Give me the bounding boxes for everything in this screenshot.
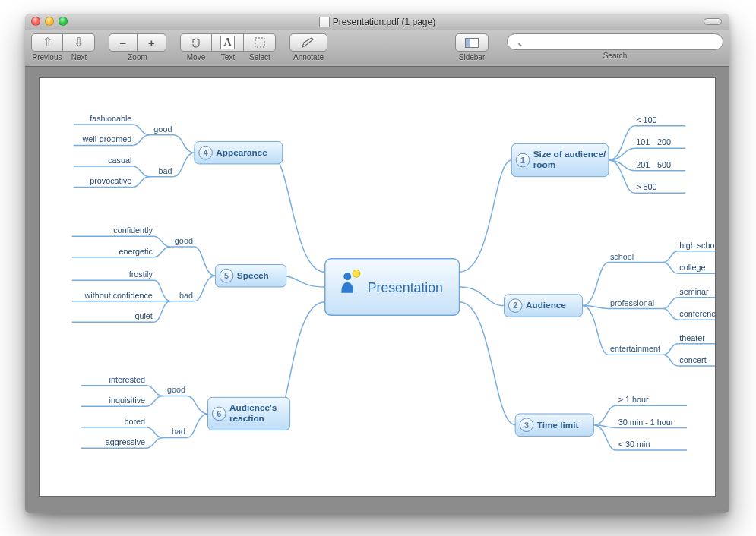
svg-rect-0 [255,38,264,47]
leaf-label: conference [679,309,715,318]
zoom-in-button[interactable]: + [138,33,166,52]
svg-text:Size of audience/: Size of audience/ [533,149,606,159]
leaf-label: seminar [679,287,709,296]
hand-icon [190,36,202,49]
leaf-label: concert [679,355,706,364]
zoom-label: Zoom [109,53,166,61]
text-label: Text [212,53,244,61]
app-window: Presentation.pdf (1 page) ⇧ ⇩ Previous N… [25,14,729,513]
select-tool-button[interactable] [244,33,276,52]
svg-text:5: 5 [224,271,229,280]
svg-text:4: 4 [204,148,208,157]
annotate-button[interactable] [289,33,327,52]
minimize-traffic-light[interactable] [45,17,54,26]
svg-text:Speech: Speech [237,270,269,280]
leaf-label: 30 min - 1 hour [618,418,674,427]
svg-text:Time limit: Time limit [537,420,579,430]
sidebar-label: Sidebar [455,53,489,61]
leaf-label: well-groomed [82,134,132,143]
document-viewport: Presentation 1 Size of audience/ room 2 … [25,67,729,513]
svg-text:1: 1 [520,156,525,165]
svg-text:reaction: reaction [229,413,264,423]
previous-label: Previous [31,53,63,61]
move-label: Move [180,53,212,61]
select-icon [254,36,266,49]
next-button[interactable]: ⇩ [63,33,95,52]
sub-label: good [167,385,185,394]
leaf-label: inquisitive [109,396,145,405]
leaf-label: provocative [90,176,131,185]
close-traffic-light[interactable] [31,17,40,26]
leaf-label: without confidence [84,291,152,300]
pencil-icon [301,36,316,49]
sub-label: bad [179,291,193,300]
sub-label: bad [158,166,172,175]
sidebar-icon [465,38,479,48]
leaf-label: 101 - 200 [636,137,671,147]
mindmap-diagram: Presentation 1 Size of audience/ room 2 … [40,78,715,496]
svg-point-2 [343,273,351,280]
sub-label: professional [610,298,654,307]
sub-label: entertainment [610,344,660,353]
leaf-label: bored [124,417,145,426]
svg-text:Audience: Audience [526,300,566,310]
leaf-label: energetic [119,247,153,256]
sub-label: bad [172,427,185,436]
leaf-label: theater [679,333,705,342]
sidebar-button[interactable] [455,33,489,52]
leaf-label: aggressive [106,437,145,446]
annotate-label: Annotate [289,53,327,61]
titlebar-lozenge-button[interactable] [704,18,722,25]
svg-point-3 [353,270,360,277]
pdf-page[interactable]: Presentation 1 Size of audience/ room 2 … [39,77,716,497]
svg-text:2: 2 [513,301,517,310]
select-label: Select [244,53,276,61]
leaf-label: high school [679,241,715,250]
svg-text:Audience's: Audience's [229,402,277,412]
svg-text:6: 6 [217,409,221,418]
leaf-label: < 100 [636,115,656,125]
svg-text:3: 3 [524,421,529,430]
center-node-label: Presentation [368,280,443,295]
leaf-label: casual [108,156,131,165]
sub-label: good [153,125,172,134]
sub-label: school [610,252,634,261]
svg-text:room: room [533,159,555,169]
zoom-traffic-light[interactable] [59,17,68,26]
search-input[interactable] [507,33,723,50]
leaf-label: college [679,263,705,272]
leaf-label: quiet [134,311,152,320]
leaf-label: interested [109,375,145,384]
leaf-label: > 500 [636,182,656,191]
search-label: Search [603,52,628,60]
leaf-label: < 30 min [618,440,650,449]
zoom-out-button[interactable]: − [109,33,138,52]
svg-text:Appearance: Appearance [216,147,267,157]
toolbar: ⇧ ⇩ Previous Next − + Zoom A [25,30,729,67]
window-title: Presentation.pdf (1 page) [333,17,435,27]
move-tool-button[interactable] [180,33,212,52]
text-tool-button[interactable]: A [212,33,244,52]
leaf-label: confidently [113,225,153,235]
leaf-label: frostily [129,270,153,279]
previous-button[interactable]: ⇧ [31,33,63,52]
titlebar: Presentation.pdf (1 page) [25,14,729,30]
document-icon [319,17,330,27]
leaf-label: fashionable [90,114,131,123]
leaf-label: 201 - 500 [636,160,671,169]
leaf-label: > 1 hour [618,395,649,404]
next-label: Next [63,53,95,61]
sub-label: good [175,236,193,245]
